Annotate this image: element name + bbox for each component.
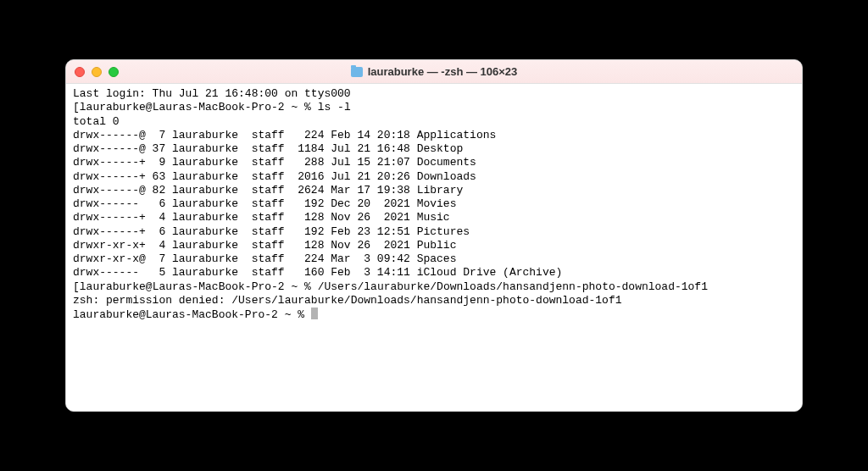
ls-row: drwx------ 6 lauraburke staff 192 Dec 20… <box>73 197 456 210</box>
titlebar[interactable]: lauraburke — -zsh — 106×23 <box>66 60 802 84</box>
prompt-bracket: [ <box>73 280 80 293</box>
command-1: ls -l <box>318 101 351 114</box>
ls-row: drwx------+ 9 lauraburke staff 288 Jul 1… <box>73 156 476 169</box>
ls-row: drwx------+ 4 lauraburke staff 128 Nov 2… <box>73 211 450 224</box>
cursor-icon <box>311 308 318 319</box>
prompt-2: lauraburke@Lauras-MacBook-Pro-2 ~ % <box>80 280 318 293</box>
ls-row: drwx------@ 82 lauraburke staff 2624 Mar… <box>73 184 463 197</box>
last-login-line: Last login: Thu Jul 21 16:48:00 on ttys0… <box>73 87 351 100</box>
total-line: total 0 <box>73 115 120 128</box>
prompt-bracket: [ <box>73 101 80 114</box>
traffic-lights <box>75 67 119 77</box>
folder-icon <box>351 67 363 77</box>
terminal-body[interactable]: Last login: Thu Jul 21 16:48:00 on ttys0… <box>66 84 802 411</box>
error-line: zsh: permission denied: /Users/lauraburk… <box>73 294 622 307</box>
ls-row: drwx------+ 63 lauraburke staff 2016 Jul… <box>73 170 476 183</box>
ls-row: drwxr-xr-x+ 4 lauraburke staff 128 Nov 2… <box>73 239 456 252</box>
prompt-3: lauraburke@Lauras-MacBook-Pro-2 ~ % <box>73 308 311 321</box>
zoom-icon[interactable] <box>108 67 119 77</box>
ls-row: drwx------@ 7 lauraburke staff 224 Feb 1… <box>73 129 496 141</box>
ls-row: drwxr-xr-x@ 7 lauraburke staff 224 Mar 3… <box>73 252 456 265</box>
window-title: lauraburke — -zsh — 106×23 <box>368 65 518 78</box>
minimize-icon[interactable] <box>92 67 102 77</box>
ls-row: drwx------ 5 lauraburke staff 160 Feb 3 … <box>73 266 562 279</box>
prompt-1: lauraburke@Lauras-MacBook-Pro-2 ~ % <box>80 101 318 114</box>
ls-row: drwx------@ 37 lauraburke staff 1184 Jul… <box>73 142 463 155</box>
terminal-window: lauraburke — -zsh — 106×23 Last login: T… <box>65 59 803 412</box>
close-icon[interactable] <box>75 67 85 77</box>
titlebar-title-container: lauraburke — -zsh — 106×23 <box>66 65 802 78</box>
command-2: /Users/lauraburke/Downloads/hansandjenn-… <box>318 280 708 293</box>
ls-row: drwx------+ 6 lauraburke staff 192 Feb 2… <box>73 225 470 238</box>
